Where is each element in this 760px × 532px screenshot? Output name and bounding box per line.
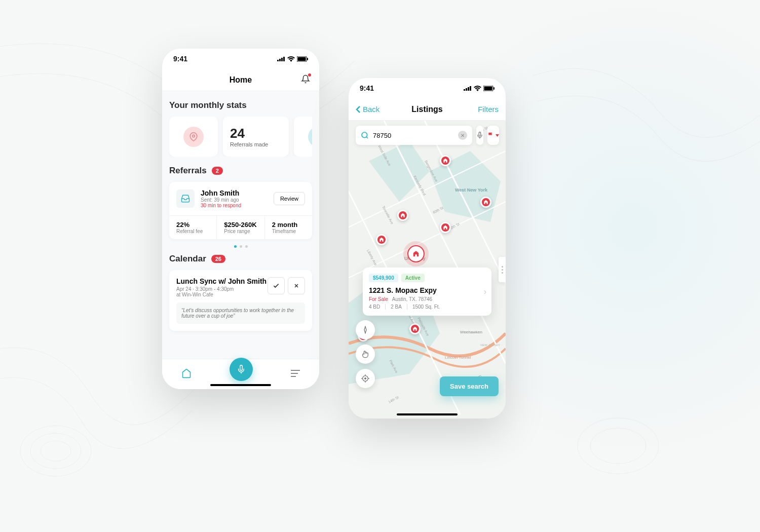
svg-rect-19 xyxy=(466,88,467,91)
accept-button[interactable] xyxy=(268,277,285,294)
search-input[interactable] xyxy=(373,132,458,139)
svg-marker-54 xyxy=(496,134,499,137)
event-location: at Win-Win Cafe xyxy=(176,292,267,297)
check-icon xyxy=(273,282,280,289)
stat-card-icon[interactable] xyxy=(169,117,218,157)
svg-point-1 xyxy=(30,433,81,469)
notifications-button[interactable] xyxy=(301,74,310,86)
map-pin-selected[interactable] xyxy=(407,245,425,262)
draw-button[interactable] xyxy=(356,345,375,364)
svg-rect-23 xyxy=(484,86,492,90)
status-time: 9:41 xyxy=(173,55,187,63)
map-pin[interactable] xyxy=(440,155,451,166)
map-pin[interactable] xyxy=(376,234,387,245)
status-bar: 9:41 xyxy=(162,49,319,69)
svg-rect-11 xyxy=(307,58,308,60)
city-label: Austin, TX. 78746 xyxy=(392,296,432,302)
filters-button[interactable]: Filters xyxy=(478,98,499,120)
listing-address: 1221 S. Mopac Expy xyxy=(369,286,485,294)
wifi-icon xyxy=(474,86,481,91)
voice-search-button[interactable] xyxy=(476,126,483,145)
svg-rect-6 xyxy=(279,59,281,61)
referral-sent: Sent: 39 min ago xyxy=(201,197,268,203)
svg-rect-20 xyxy=(468,87,469,91)
status-icons xyxy=(464,86,495,91)
svg-point-2 xyxy=(41,441,71,461)
locate-button[interactable] xyxy=(356,369,375,388)
stats-heading: Your monthly stats xyxy=(169,100,312,110)
referral-respond: 30 min to respond xyxy=(201,203,268,208)
page-title: Listings xyxy=(411,105,442,114)
home-indicator[interactable] xyxy=(210,384,271,386)
page-dots[interactable] xyxy=(169,245,312,248)
tab-home[interactable] xyxy=(181,368,192,381)
location-pin-icon xyxy=(183,127,204,147)
stat-number: 24 xyxy=(230,126,245,141)
wifi-icon xyxy=(287,56,295,62)
svg-rect-21 xyxy=(470,86,471,91)
hand-draw-icon xyxy=(361,350,369,358)
chevron-down-icon xyxy=(496,134,499,137)
save-search-button[interactable]: Save search xyxy=(440,376,499,396)
calendar-heading: Calendar 26 xyxy=(169,254,312,264)
event-time: Apr 24 · 3:30pm - 4:30pm xyxy=(176,286,267,292)
decline-button[interactable] xyxy=(288,277,305,294)
stat-card-next[interactable] xyxy=(294,117,312,157)
svg-point-57 xyxy=(365,378,366,379)
map-edge-handle[interactable] xyxy=(499,257,506,282)
back-button[interactable]: Back xyxy=(356,98,379,120)
chevron-right-icon: › xyxy=(484,287,486,296)
tab-menu[interactable] xyxy=(291,370,300,379)
battery-icon xyxy=(483,86,495,91)
map-pin[interactable] xyxy=(440,222,451,233)
clear-button[interactable]: ✕ xyxy=(458,131,467,140)
view-toggle-button[interactable] xyxy=(487,126,499,145)
svg-text:Lincoln Tunnel: Lincoln Tunnel xyxy=(445,355,471,360)
home-icon xyxy=(181,368,192,378)
svg-rect-24 xyxy=(493,87,495,90)
listing-card[interactable]: $549,900 Active 1221 S. Mopac Expy For S… xyxy=(363,268,491,316)
svg-rect-18 xyxy=(464,89,465,91)
map-pin[interactable] xyxy=(480,197,491,208)
tab-voice[interactable] xyxy=(230,358,253,381)
compass-button[interactable] xyxy=(356,320,375,339)
page-title: Home xyxy=(230,75,252,85)
referrals-badge: 2 xyxy=(212,167,223,175)
svg-point-12 xyxy=(193,135,195,137)
close-icon xyxy=(293,283,299,289)
svg-line-53 xyxy=(366,137,368,138)
svg-rect-10 xyxy=(298,57,306,61)
review-button[interactable]: Review xyxy=(274,192,305,205)
menu-icon xyxy=(291,370,300,377)
calendar-event-card[interactable]: Lunch Sync w/ John Smith Apr 24 · 3:30pm… xyxy=(169,270,312,331)
sale-label: For Sale xyxy=(369,296,388,302)
phone-home: 9:41 Home Your monthly stats 24 Referral… xyxy=(162,49,319,389)
referral-name: John Smith xyxy=(201,189,268,197)
svg-point-3 xyxy=(578,418,659,474)
signal-icon xyxy=(277,56,285,61)
svg-point-52 xyxy=(362,132,367,138)
compass-icon xyxy=(361,326,369,334)
mic-icon xyxy=(476,132,483,139)
search-input-wrap[interactable]: ✕ xyxy=(356,126,472,145)
phone-listings: 9:41 Back Listings Filters xyxy=(349,78,506,419)
svg-rect-7 xyxy=(281,58,283,61)
flag-icon xyxy=(487,132,495,139)
map-pin[interactable] xyxy=(409,323,421,334)
status-bar: 9:41 xyxy=(349,78,506,98)
referral-card[interactable]: John Smith Sent: 39 min ago 30 min to re… xyxy=(169,182,312,239)
nav-bar-listings: Back Listings Filters xyxy=(349,98,506,121)
stats-row[interactable]: 24 Referrals made xyxy=(169,117,312,157)
map-pin[interactable] xyxy=(397,210,408,221)
status-icons xyxy=(277,56,308,62)
stat-card-referrals[interactable]: 24 Referrals made xyxy=(223,117,289,157)
signal-icon xyxy=(464,86,472,91)
price-tag: $549,900 xyxy=(369,274,398,282)
notification-dot xyxy=(308,73,311,77)
locate-icon xyxy=(361,374,369,383)
event-title: Lunch Sync w/ John Smith xyxy=(176,277,267,285)
search-bar: ✕ xyxy=(356,126,499,145)
stat-label: Referrals made xyxy=(230,141,268,147)
status-tag: Active xyxy=(401,274,425,282)
home-indicator[interactable] xyxy=(397,413,458,415)
